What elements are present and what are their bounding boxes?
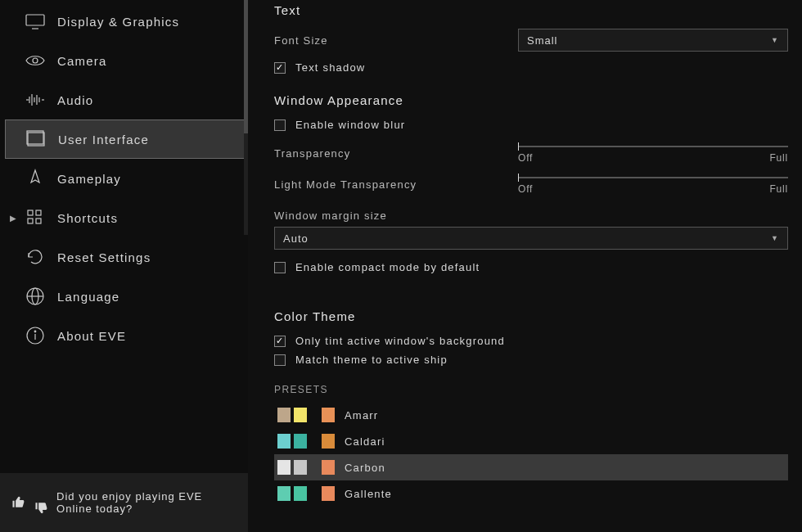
font-size-value: Small — [527, 34, 558, 47]
only-tint-label: Only tint active window's background — [295, 335, 505, 347]
transparency-slider[interactable]: Off Full — [518, 142, 788, 164]
sidebar-item-label: Reset Settings — [57, 250, 151, 264]
swatch — [277, 460, 291, 475]
sidebar-item-label: Shortcuts — [57, 211, 118, 225]
waveform-icon — [25, 89, 46, 110]
chevron-down-icon: ▼ — [771, 234, 779, 242]
globe-icon — [25, 286, 46, 307]
chevron-down-icon: ▼ — [771, 36, 779, 44]
only-tint-checkbox[interactable] — [274, 336, 286, 347]
sidebar-item-reset-settings[interactable]: Reset Settings — [0, 237, 248, 277]
text-shadow-row[interactable]: Text shadow — [274, 61, 788, 74]
sidebar-item-label: Display & Graphics — [57, 15, 179, 29]
swatch — [294, 408, 307, 422]
swatch — [294, 460, 307, 475]
feedback-bar: Did you enjoy playing EVE Online today? — [0, 473, 248, 532]
section-heading-window: Window Appearance — [274, 93, 788, 107]
transparency-label: Transparency — [274, 147, 518, 160]
preset-name: Gallente — [345, 488, 392, 500]
sidebar-item-label: Audio — [57, 93, 93, 107]
enable-blur-label: Enable window blur — [295, 119, 405, 131]
sidebar-item-camera[interactable]: Camera — [0, 41, 248, 80]
thumbs-down-icon[interactable] — [34, 498, 49, 516]
swatch — [322, 460, 335, 475]
info-icon — [25, 325, 46, 346]
window-margin-dropdown[interactable]: Auto ▼ — [274, 227, 788, 250]
slider-label-full: Full — [769, 152, 788, 164]
swatch — [277, 486, 291, 501]
monitor-icon — [25, 11, 46, 32]
sidebar-item-shortcuts[interactable]: ▶ Shortcuts — [0, 198, 248, 237]
sidebar-item-label: Gameplay — [57, 172, 121, 186]
svg-rect-13 — [36, 210, 41, 215]
swatch — [322, 486, 335, 501]
preset-gallente[interactable]: Gallente — [274, 480, 788, 507]
font-size-label: Font Size — [274, 34, 518, 47]
section-heading-color: Color Theme — [274, 309, 788, 323]
sidebar-item-label: Camera — [57, 54, 107, 68]
enable-blur-row[interactable]: Enable window blur — [274, 119, 788, 131]
svg-rect-0 — [26, 15, 44, 25]
swatch — [322, 434, 335, 449]
compact-mode-row[interactable]: Enable compact mode by default — [274, 261, 788, 273]
match-ship-label: Match theme to active ship — [295, 354, 448, 366]
compact-mode-label: Enable compact mode by default — [295, 261, 480, 273]
feedback-prompt: Did you enjoy playing EVE Online today? — [56, 490, 237, 515]
preset-amarr[interactable]: Amarr — [274, 402, 788, 428]
slider-label-off: Off — [518, 152, 533, 164]
only-tint-row[interactable]: Only tint active window's background — [274, 335, 788, 347]
sidebar-item-label: About EVE — [57, 329, 126, 343]
match-ship-row[interactable]: Match theme to active ship — [274, 354, 788, 366]
sidebar-item-label: User Interface — [58, 133, 149, 147]
svg-point-21 — [34, 331, 36, 332]
font-size-row: Font Size Small ▼ — [274, 29, 788, 52]
svg-rect-14 — [28, 219, 33, 223]
expand-caret-icon: ▶ — [10, 214, 17, 223]
swatch — [294, 486, 307, 501]
sidebar: Display & Graphics Camera Audio User Int… — [0, 0, 248, 532]
settings-panel: Text Font Size Small ▼ Text shadow Windo… — [248, 0, 802, 532]
sidebar-item-label: Language — [57, 290, 119, 304]
match-ship-checkbox[interactable] — [274, 354, 286, 366]
window-icon — [25, 128, 47, 150]
preset-name: Caldari — [345, 435, 385, 448]
compact-mode-checkbox[interactable] — [274, 262, 286, 273]
svg-point-2 — [33, 58, 38, 63]
slider-label-full: Full — [769, 183, 788, 195]
preset-name: Amarr — [345, 409, 378, 422]
eye-icon — [25, 50, 46, 71]
sidebar-item-gameplay[interactable]: Gameplay — [0, 159, 248, 198]
section-heading-text: Text — [274, 3, 788, 17]
preset-name: Carbon — [345, 462, 385, 474]
light-transparency-label: Light Mode Transparency — [274, 178, 518, 191]
sidebar-item-user-interface[interactable]: User Interface — [5, 119, 248, 159]
sidebar-item-language[interactable]: Language — [0, 277, 248, 316]
svg-rect-12 — [28, 210, 33, 215]
presets-heading: PRESETS — [274, 384, 788, 395]
slider-label-off: Off — [518, 183, 533, 195]
window-margin-label: Window margin size — [274, 210, 788, 222]
enable-blur-checkbox[interactable] — [274, 119, 286, 131]
light-transparency-slider[interactable]: Off Full — [518, 174, 788, 195]
thumbs-up-icon[interactable] — [11, 494, 26, 512]
sidebar-item-display-graphics[interactable]: Display & Graphics — [0, 2, 248, 41]
window-margin-value: Auto — [283, 232, 309, 245]
window-margin-row: Window margin size Auto ▼ — [274, 210, 788, 250]
text-shadow-label: Text shadow — [295, 61, 365, 74]
sidebar-item-audio[interactable]: Audio — [0, 80, 248, 119]
grid-icon — [25, 207, 46, 228]
transparency-row: Transparency Off Full — [274, 142, 788, 164]
sidebar-scrollbar-thumb[interactable] — [244, 0, 248, 133]
nav-list: Display & Graphics Camera Audio User Int… — [0, 0, 248, 355]
sidebar-item-about-eve[interactable]: About EVE — [0, 316, 248, 355]
refresh-icon — [25, 246, 46, 268]
svg-rect-15 — [36, 219, 41, 223]
text-shadow-checkbox[interactable] — [274, 62, 286, 74]
swatch — [277, 408, 291, 422]
light-transparency-row: Light Mode Transparency Off Full — [274, 174, 788, 195]
font-size-dropdown[interactable]: Small ▼ — [518, 29, 788, 52]
preset-caldari[interactable]: Caldari — [274, 428, 788, 454]
swatch — [294, 434, 307, 449]
swatch — [277, 434, 291, 449]
preset-carbon[interactable]: Carbon — [274, 454, 788, 480]
